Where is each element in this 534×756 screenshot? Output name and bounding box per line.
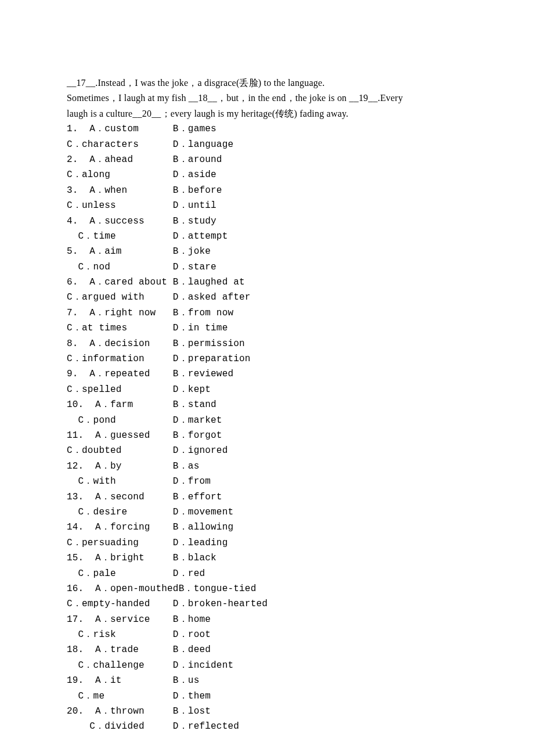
passage-line-2: Sometimes，I laugh at my fish __18__，but，… (67, 91, 467, 106)
question-row: 7. A．right now B．from now (67, 305, 467, 321)
question-row-cd: C．argued with D．asked after (67, 290, 467, 305)
question-row-cd: C．pale D．red (67, 566, 467, 581)
question-row: 3. A．when B．before (67, 183, 467, 198)
question-row: 8. A．decision B．permission (67, 336, 467, 351)
question-row: 19. A．it B．us (67, 673, 467, 688)
question-row-cd: C．risk D．root (67, 627, 467, 642)
question-row: 14. A．forcing B．allowing (67, 520, 467, 535)
question-row-cd: C．characters D．language (67, 137, 467, 152)
question-row-cd: C．unless D．until (67, 198, 467, 213)
question-row: 1. A．custom B．games (67, 121, 467, 136)
question-row-cd: C．persuading D．leading (67, 535, 467, 550)
question-row: 16. A．open-mouthedB．tongue-tied (67, 581, 467, 596)
question-row-cd: C．divided D．reflected (67, 719, 467, 734)
question-row: 2. A．ahead B．around (67, 152, 467, 167)
passage-l1a: __17__.Instead，I was the joke，a disgrace… (67, 78, 325, 88)
question-row: 6. A．cared about B．laughed at (67, 275, 467, 290)
question-row-cd: C．spelled D．kept (67, 382, 467, 397)
question-row-cd: C．pond D．market (67, 413, 467, 428)
question-row-cd: C．along D．aside (67, 167, 467, 182)
question-row-cd: C．desire D．movement (67, 505, 467, 520)
question-row-cd: C．time D．attempt (67, 229, 467, 244)
question-row: 10. A．farm B．stand (67, 397, 467, 412)
question-row-cd: C．information D．preparation (67, 351, 467, 366)
question-row: 20. A．thrown B．lost (67, 704, 467, 719)
question-row: 5. A．aim B．joke (67, 244, 467, 259)
question-row: 4. A．success B．study (67, 214, 467, 229)
question-row-cd: C．doubted D．ignored (67, 443, 467, 458)
question-row-cd: C．challenge D．incident (67, 658, 467, 673)
question-row: 12. A．by B．as (67, 459, 467, 474)
question-row-cd: C．empty-handed D．broken-hearted (67, 596, 467, 611)
question-row: 11. A．guessed B．forgot (67, 428, 467, 443)
question-row: 13. A．second B．effort (67, 489, 467, 505)
question-row: 17. A．service B．home (67, 612, 467, 627)
passage-line-3: laugh is a culture__20__；every laugh is … (67, 106, 467, 121)
question-row-cd: C．nod D．stare (67, 260, 467, 275)
passage-line-1: __17__.Instead，I was the joke，a disgrace… (67, 75, 467, 91)
question-row: 18. A．trade B．deed (67, 642, 467, 657)
questions-block: 1. A．custom B．gamesC．characters D．langua… (67, 121, 467, 735)
question-row: 9. A．repeated B．reviewed (67, 366, 467, 381)
question-row-cd: C．me D．them (67, 689, 467, 704)
question-row: 15. A．bright B．black (67, 550, 467, 566)
document-page: __17__.Instead，I was the joke，a disgrace… (0, 0, 534, 756)
question-row-cd: C．at times D．in time (67, 321, 467, 336)
question-row-cd: C．with D．from (67, 474, 467, 489)
